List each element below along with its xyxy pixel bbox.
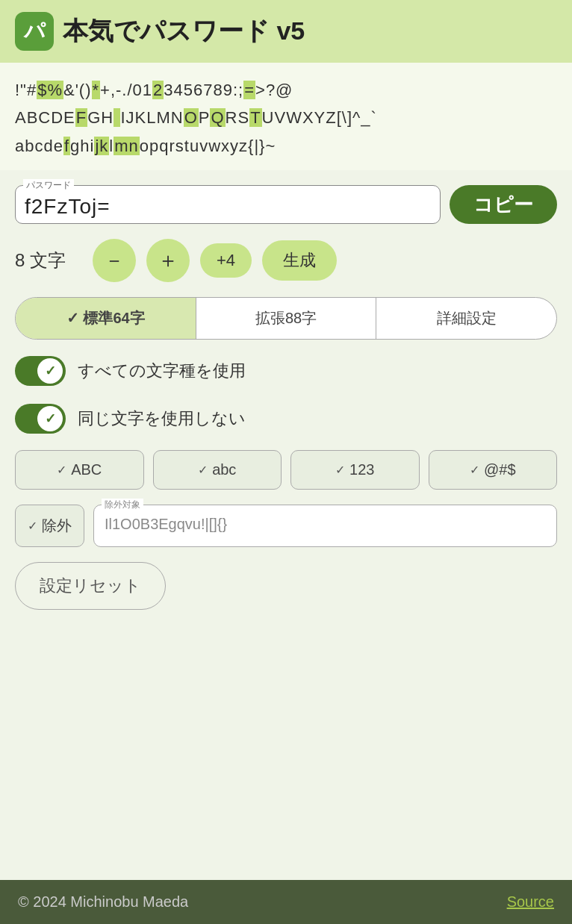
- toggle-all-chars-knob: ✓: [37, 358, 63, 384]
- exclude-section: ✓ 除外 除外対象 Il1O0B3Egqvu!|[]{}: [15, 505, 557, 547]
- password-label: パスワード: [23, 179, 74, 192]
- toggle-no-duplicate-row: ✓ 同じ文字を使用しない: [15, 402, 557, 435]
- toggle-check-icon: ✓: [45, 363, 56, 379]
- tab-standard[interactable]: ✓ 標準64字: [16, 298, 196, 339]
- copy-button[interactable]: コピー: [450, 185, 557, 224]
- exclude-button[interactable]: ✓ 除外: [15, 505, 84, 547]
- main-content: パスワード f2FzToj= コピー 8 文字 － ＋ +4 生成 ✓ 標準64…: [0, 170, 572, 880]
- generate-button[interactable]: 生成: [262, 240, 337, 281]
- app-icon: パ: [15, 12, 54, 51]
- check-special-icon: ✓: [470, 463, 479, 477]
- tab-detail[interactable]: 詳細設定: [376, 298, 556, 339]
- check-abc-icon: ✓: [198, 463, 208, 477]
- char-type-abc[interactable]: ✓ abc: [153, 450, 282, 490]
- length-display: 8 文字: [15, 249, 82, 272]
- char-display-line1: !"#$%&'()*+,-./0123456789:;=>?@: [15, 76, 557, 104]
- char-display-line2: ABCDEFGH IJKLMNOPQRSTUVWXYZ[\]^_`: [15, 104, 557, 131]
- toggle-all-chars-row: ✓ すべての文字種を使用: [15, 355, 557, 387]
- char-display: !"#$%&'()*+,-./0123456789:;=>?@ ABCDEFGH…: [0, 63, 572, 170]
- app-title: 本気でパスワード v5: [63, 14, 305, 49]
- check-123-icon: ✓: [335, 463, 345, 477]
- tab-extended[interactable]: 拡張88字: [196, 298, 377, 339]
- char-type-ABC[interactable]: ✓ ABC: [15, 450, 144, 490]
- char-type-123[interactable]: ✓ 123: [290, 450, 420, 490]
- toggle-no-duplicate-knob: ✓: [37, 406, 63, 431]
- length-section: 8 文字 － ＋ +4 生成: [15, 239, 557, 282]
- plus4-button[interactable]: +4: [200, 243, 252, 278]
- exclude-input-value[interactable]: Il1O0B3Egqvu!|[]{}: [105, 516, 546, 533]
- toggle-no-duplicate[interactable]: ✓: [15, 404, 66, 434]
- toggle-check-icon2: ✓: [45, 411, 56, 427]
- header: パ 本気でパスワード v5: [0, 0, 572, 63]
- toggle-all-chars[interactable]: ✓: [15, 356, 66, 386]
- char-types: ✓ ABC ✓ abc ✓ 123 ✓ @#$: [15, 450, 557, 490]
- minus-button[interactable]: －: [93, 239, 136, 282]
- footer: © 2024 Michinobu Maeda Source: [0, 880, 572, 924]
- password-section: パスワード f2FzToj= コピー: [15, 185, 557, 224]
- exclude-input-label: 除外対象: [102, 499, 143, 511]
- exclude-input-wrapper: 除外対象 Il1O0B3Egqvu!|[]{}: [93, 505, 557, 547]
- reset-button[interactable]: 設定リセット: [15, 562, 166, 610]
- password-value: f2FzToj=: [25, 195, 431, 219]
- toggle-all-chars-label: すべての文字種を使用: [78, 360, 246, 382]
- plus-button[interactable]: ＋: [146, 239, 190, 282]
- check-exclude-icon: ✓: [28, 519, 37, 533]
- mode-tabs: ✓ 標準64字 拡張88字 詳細設定: [15, 297, 557, 340]
- char-display-line3: abcdefghijklmnopqrstuvwxyz{|}~: [15, 132, 557, 160]
- check-ABC-icon: ✓: [57, 463, 66, 477]
- source-link[interactable]: Source: [507, 893, 554, 911]
- toggle-no-duplicate-label: 同じ文字を使用しない: [78, 408, 246, 430]
- footer-copyright: © 2024 Michinobu Maeda: [18, 893, 188, 911]
- char-type-special[interactable]: ✓ @#$: [429, 450, 558, 490]
- password-input-wrapper: パスワード f2FzToj=: [15, 185, 441, 224]
